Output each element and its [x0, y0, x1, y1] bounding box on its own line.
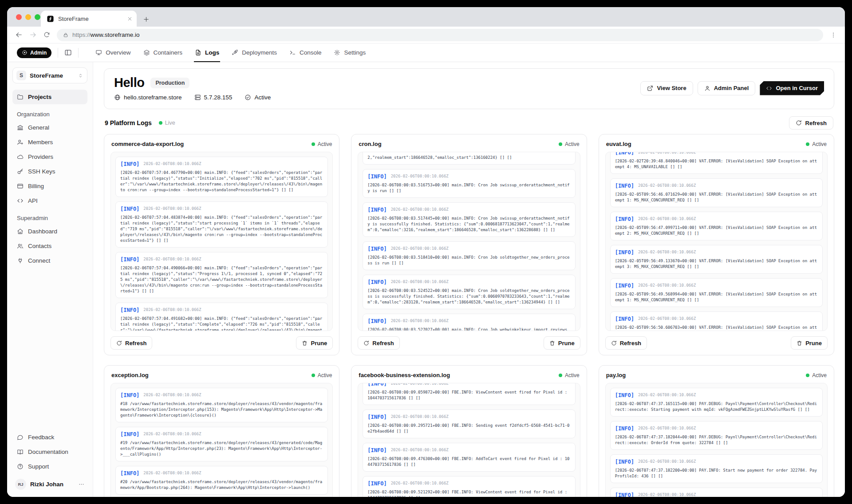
dots-v-icon [830, 32, 837, 39]
tab-settings[interactable]: Settings [327, 43, 372, 62]
log-entries-scroll[interactable]: [INFO]2026-02-06T08:00:10.066Z [2026-02-… [605, 383, 828, 497]
new-tab-button[interactable] [143, 16, 150, 23]
log-name: pay.log [606, 372, 626, 378]
arrow-left-icon [15, 31, 23, 39]
open-in-cursor-button[interactable]: Open in Cursor [760, 81, 824, 95]
page-title: Hello [114, 75, 144, 90]
url-text: https://www.storeframe.io [72, 32, 140, 38]
sidebar-toggle-button[interactable] [64, 49, 72, 56]
log-entry: [INFO]2026-02-06T08:00:10.066Z [2026-02-… [610, 212, 823, 240]
status-badge: Active [559, 372, 580, 378]
tab-containers[interactable]: Containers [137, 43, 189, 62]
logo-icon [47, 15, 54, 23]
log-level: [INFO] [367, 173, 387, 180]
log-message: [2026-02-06T07:47:37.165115+00:00] PAY.D… [615, 401, 818, 413]
log-name: exception.log [111, 372, 149, 378]
sidebar-item-support[interactable]: Support [12, 459, 87, 474]
refresh-log-button[interactable]: Refresh [358, 336, 399, 350]
file-text-icon [195, 49, 201, 56]
user-icon [704, 85, 710, 91]
log-timestamp: 2026-02-06T08:00:10.066Z [638, 459, 696, 464]
user-options-icon[interactable] [78, 481, 85, 488]
back-button[interactable] [15, 31, 23, 39]
refresh-all-button[interactable]: Refresh [789, 116, 833, 130]
log-entry: [INFO]2026-02-06T08:00:10.066Z [2026-02-… [610, 152, 823, 174]
prune-log-button[interactable]: Prune [544, 336, 580, 350]
log-entry: [INFO]2026-02-06T08:00:10.066Z [2026-02-… [115, 303, 328, 331]
code-icon [766, 85, 772, 91]
top-nav-tabs: OverviewContainersLogsDeploymentsConsole… [89, 43, 372, 62]
tab-close-icon[interactable] [127, 16, 132, 21]
logs-grid: commerce-data-export.log Active [INFO]20… [104, 134, 834, 497]
log-timestamp: 2026-02-06T08:00:10.066Z [143, 470, 201, 476]
sidebar-item-documentation[interactable]: Documentation [12, 445, 87, 459]
admin-panel-button[interactable]: Admin Panel [698, 81, 756, 95]
log-timestamp: 2026-02-06T08:00:10.066Z [638, 492, 696, 497]
log-entry: [INFO]2026-02-06T08:00:10.066Z [2026-02-… [610, 454, 823, 483]
log-message: [2026-02-06T07:57:04.483874+00:00] main.… [120, 215, 323, 244]
browser-window: StoreFrame https://www.storeframe.io Adm… [7, 7, 845, 497]
log-entries-scroll[interactable]: [INFO]2026-02-06T08:00:10.066Z #18 /var/… [110, 383, 333, 497]
log-message: [2026-02-06T08:00:09.059872+00:00] FBE.I… [367, 390, 570, 401]
view-store-button[interactable]: View Store [640, 81, 693, 95]
tab-console[interactable]: Console [283, 43, 328, 62]
prune-log-button[interactable]: Prune [296, 336, 333, 350]
log-entries-scroll[interactable]: [INFO]2026-02-06T08:00:10.066Z [2026-02-… [110, 152, 333, 331]
workspace-avatar: S [16, 71, 26, 80]
workspace-switcher[interactable]: S StoreFrame [12, 67, 87, 83]
log-timestamp: 2026-02-06T08:00:10.066Z [391, 173, 449, 179]
log-message: [2026-02-06T08:00:03.516753+00:00] main.… [367, 182, 570, 194]
sidebar-item-ssh-keys[interactable]: SSH Keys [12, 164, 87, 179]
log-timestamp: 2026-02-06T08:00:10.066Z [638, 425, 696, 431]
log-level: [INFO] [120, 392, 139, 399]
user-plus-icon [17, 139, 24, 146]
refresh-log-button[interactable]: Refresh [605, 336, 647, 350]
sidebar-item-general[interactable]: General [12, 120, 87, 135]
log-entry: [INFO]2026-02-06T08:00:10.066Z [2026-02-… [363, 443, 575, 472]
sidebar-item-providers[interactable]: Providers [12, 150, 87, 164]
log-level: [INFO] [615, 425, 634, 432]
project-actions: View StoreAdmin PanelOpen in Cursor [640, 81, 824, 95]
tab-overview[interactable]: Overview [89, 43, 137, 62]
tab-deployments[interactable]: Deployments [225, 43, 283, 62]
user-name: Rizki Johan [30, 481, 63, 488]
log-entries-scroll[interactable]: [INFO]2026-02-06T08:00:10.066Z [2026-02-… [358, 383, 580, 497]
sidebar-item-members[interactable]: Members [12, 135, 87, 150]
log-message: [2026-02-06T08:00:03.524522+00:00] main.… [367, 288, 570, 305]
log-entry: [INFO]2026-02-06T08:00:10.066Z [2026-02-… [363, 314, 575, 331]
forward-button[interactable] [29, 31, 37, 39]
close-window-button[interactable] [16, 14, 22, 20]
sidebar-item-contacts[interactable]: Contacts [12, 239, 87, 253]
tab-logs[interactable]: Logs [189, 43, 225, 62]
log-level: [INFO] [615, 315, 634, 323]
log-card: exception.log Active [INFO]2026-02-06T08… [104, 365, 339, 497]
prune-log-button[interactable]: Prune [791, 336, 828, 350]
sidebar-item-feedback[interactable]: Feedback [12, 430, 87, 445]
minimize-window-button[interactable] [25, 14, 31, 20]
reload-button[interactable] [43, 32, 50, 38]
sidebar-item-dashboard[interactable]: Dashboard [12, 224, 87, 239]
reload-icon [43, 32, 50, 38]
sidebar-item-projects[interactable]: Projects [12, 90, 87, 104]
maximize-window-button[interactable] [35, 14, 40, 20]
log-message: [2026-02-05T09:56:49.133670+00:00] VAT.E… [615, 258, 818, 270]
project-domain[interactable]: hello.storeframe.store [114, 94, 182, 101]
browser-tab[interactable]: StoreFrame [41, 11, 137, 27]
user-menu[interactable]: RJ Rizki Johan [12, 476, 87, 492]
log-entry: [INFO]2026-02-06T08:00:10.066Z [2026-02-… [610, 278, 823, 307]
sidebar-section-label: Organization [17, 111, 87, 118]
sidebar-item-api[interactable]: API [12, 193, 87, 208]
globe-icon [114, 94, 121, 101]
sidebar-section-label: Superadmin [17, 215, 87, 221]
refresh-log-button[interactable]: Refresh [110, 336, 152, 350]
log-entry: [INFO]2026-02-06T08:00:10.066Z #18 /var/… [115, 388, 328, 422]
sidebar-item-connect[interactable]: Connect [12, 253, 87, 268]
address-bar[interactable]: https://www.storeframe.io [57, 29, 823, 41]
log-level: [INFO] [367, 480, 387, 487]
sidebar-item-billing[interactable]: Billing [12, 179, 87, 193]
browser-menu-icon[interactable] [830, 32, 837, 39]
log-entries-scroll[interactable]: [INFO]2026-02-06T08:00:10.066Z 2,"realme… [358, 152, 580, 331]
log-entries-scroll[interactable]: [INFO]2026-02-06T08:00:10.066Z [2026-02-… [605, 152, 828, 331]
external-icon [647, 85, 653, 91]
home-icon [17, 228, 24, 235]
